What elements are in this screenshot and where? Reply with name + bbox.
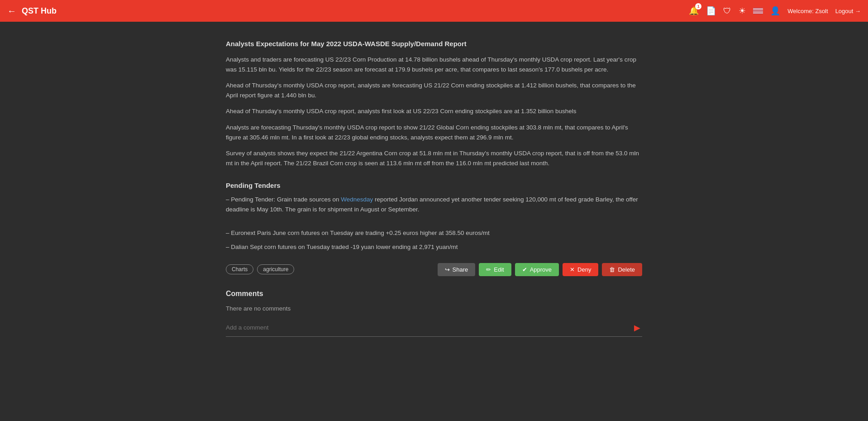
- main-content: Analysts Expectations for May 2022 USDA-…: [217, 22, 651, 355]
- action-row: Charts agriculture ↪ Share ✏ Edit ✔ Appr…: [226, 263, 642, 276]
- approve-icon: ✔: [522, 266, 527, 273]
- share-icon: ↪: [445, 266, 450, 273]
- article-body: Analysts and traders are forecasting US …: [226, 55, 642, 168]
- pending-tender-prefix: – Pending Tender: Grain trade sources on: [226, 196, 341, 203]
- deny-icon: ✕: [570, 266, 575, 273]
- pending-tender-text: – Pending Tender: Grain trade sources on…: [226, 195, 642, 214]
- article-paragraph-4: Analysts are forecasting Thursday's mont…: [226, 123, 642, 142]
- article-paragraph-1: Analysts and traders are forecasting US …: [226, 55, 642, 74]
- header-left: ← QST Hub: [7, 6, 57, 16]
- tags-area: Charts agriculture: [226, 264, 432, 274]
- extra-lines: – Euronext Paris June corn futures on Tu…: [226, 228, 642, 252]
- send-comment-button[interactable]: ▶: [632, 321, 642, 335]
- edit-icon: ✏: [486, 266, 491, 273]
- comment-input[interactable]: [226, 321, 632, 334]
- notification-badge: 1: [695, 3, 701, 10]
- back-button[interactable]: ←: [7, 6, 16, 16]
- flag-icon: [753, 8, 763, 14]
- header-right: 🔔 1 📄 🛡 ☀ 👤 Welcome: Zsolt Logout →: [689, 6, 861, 16]
- send-icon: ▶: [634, 323, 640, 332]
- comments-section: Comments There are no comments ▶: [226, 290, 642, 337]
- edit-label: Edit: [494, 266, 504, 273]
- deny-button[interactable]: ✕ Deny: [563, 263, 598, 276]
- tag-charts[interactable]: Charts: [226, 264, 253, 274]
- notification-icon[interactable]: 🔔 1: [689, 6, 699, 16]
- user-icon: 👤: [770, 6, 780, 16]
- share-label: Share: [453, 266, 468, 273]
- article-paragraph-3: Ahead of Thursday's monthly USDA crop re…: [226, 106, 642, 116]
- extra-line-2: – Dalian Sept corn futures on Tuesday tr…: [226, 242, 642, 252]
- action-buttons: ↪ Share ✏ Edit ✔ Approve ✕ Deny 🗑 Delete: [438, 263, 642, 276]
- delete-icon: 🗑: [609, 266, 615, 273]
- share-button[interactable]: ↪ Share: [438, 263, 476, 276]
- edit-button[interactable]: ✏ Edit: [479, 263, 511, 276]
- pending-tenders-body: – Pending Tender: Grain trade sources on…: [226, 195, 642, 214]
- article-paragraph-2: Ahead of Thursday's monthly USDA crop re…: [226, 81, 642, 100]
- no-comments-text: There are no comments: [226, 305, 642, 312]
- approve-label: Approve: [530, 266, 552, 273]
- delete-button[interactable]: 🗑 Delete: [602, 263, 642, 276]
- comments-title: Comments: [226, 290, 642, 298]
- article-title: Analysts Expectations for May 2022 USDA-…: [226, 40, 642, 48]
- shield-icon[interactable]: 🛡: [723, 6, 731, 16]
- logout-button[interactable]: Logout →: [835, 8, 861, 14]
- pending-tenders-title: Pending Tenders: [226, 182, 642, 189]
- header: ← QST Hub 🔔 1 📄 🛡 ☀ 👤 Welcome: Zsolt Log…: [0, 0, 868, 22]
- deny-label: Deny: [577, 266, 591, 273]
- wednesday-link: Wednesday: [341, 196, 373, 203]
- article-paragraph-5: Survey of analysts shows they expect the…: [226, 148, 642, 168]
- delete-label: Delete: [618, 266, 635, 273]
- app-title: QST Hub: [22, 6, 57, 16]
- document-icon[interactable]: 📄: [706, 6, 716, 16]
- tag-agriculture[interactable]: agriculture: [257, 264, 294, 274]
- extra-line-1: – Euronext Paris June corn futures on Tu…: [226, 228, 642, 238]
- comment-input-row: ▶: [226, 321, 642, 337]
- sun-icon[interactable]: ☀: [739, 6, 746, 16]
- user-greeting: Welcome: Zsolt: [787, 8, 828, 14]
- approve-button[interactable]: ✔ Approve: [515, 263, 559, 276]
